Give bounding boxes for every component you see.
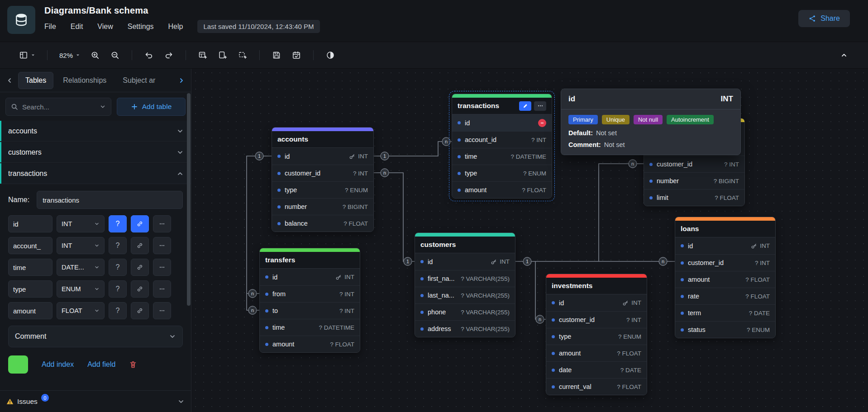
table-field-row[interactable]: type ? ENUM [272,181,373,198]
table-field-row[interactable]: type ? ENUM [452,165,552,181]
nullable-toggle-button[interactable]: ? [109,280,127,298]
nullable-toggle-button[interactable]: ? [109,237,127,254]
table-field-row[interactable]: number ? BIGINT [272,198,373,215]
redo-button[interactable] [160,47,177,64]
table-field-row[interactable]: customer_id ? INT [546,311,647,328]
tabs-scroll-right-button[interactable] [176,75,187,86]
table-field-row[interactable]: last_na... ? VARCHAR(255) [415,287,515,303]
zoom-in-button[interactable] [86,47,104,64]
scrollbar-thumb[interactable] [187,93,191,306]
collapse-toolbar-button[interactable] [835,47,853,64]
table-accordion-item[interactable]: accounts [0,121,191,142]
relationship-line[interactable] [374,173,415,261]
field-name-input[interactable]: amount [8,302,52,319]
primary-key-button[interactable] [131,280,149,298]
table-field-row[interactable]: to ? INT [260,302,360,319]
todo-button[interactable] [288,47,305,64]
table-field-row[interactable]: address ? VARCHAR(255) [415,320,515,337]
undo-button[interactable] [140,47,157,64]
primary-key-button[interactable] [131,237,149,254]
relationship-line[interactable] [535,261,546,319]
field-options-button[interactable] [153,259,171,276]
table-field-row[interactable]: status ? ENUM [675,321,775,338]
field-options-button[interactable] [153,215,171,232]
field-type-select[interactable]: FLOAT [57,302,105,319]
nullable-toggle-button[interactable]: ? [109,302,127,319]
field-name-input[interactable]: id [8,215,52,232]
table-accordion-item[interactable]: transactions [0,163,191,184]
table-accordion-item[interactable]: customers [0,142,191,163]
table-field-row[interactable]: amount ? FLOAT [675,271,775,288]
field-name-input[interactable]: type [8,280,52,298]
search-input[interactable]: Search... [5,98,111,116]
table-field-row[interactable]: id INT [272,148,373,165]
issues-bar[interactable]: Issues 0 [0,390,191,412]
document-title[interactable]: Diagrams/Bank schema [44,5,868,16]
add-table-button[interactable] [194,47,211,64]
table-card-transactions[interactable]: transactions id [452,94,552,199]
relationship-line[interactable] [599,164,644,261]
comment-section[interactable]: Comment [8,326,183,347]
table-field-row[interactable]: id [452,114,552,131]
table-card-loans[interactable]: loans id INT customer_id [675,217,776,338]
field-options-button[interactable] [153,280,171,298]
diagram-canvas[interactable]: 1 1 n n 1 n n 1 n n n accounts id [191,69,868,412]
layout-button[interactable] [15,47,39,64]
zoom-out-button[interactable] [106,47,124,64]
add-field-button[interactable]: Add field [87,360,115,369]
field-options-button[interactable] [153,302,171,319]
nullable-toggle-button[interactable]: ? [109,215,127,232]
field-type-select[interactable]: INT [57,215,105,232]
field-name-input[interactable]: account_ [8,237,52,254]
share-button[interactable]: Share [798,10,850,27]
theme-toggle-button[interactable] [322,47,339,64]
add-note-button[interactable] [214,47,231,64]
sidebar-tab[interactable]: Tables [18,72,53,89]
field-options-button[interactable] [153,237,171,254]
table-card-customers[interactable]: customers id INT first_na... [415,232,515,337]
table-field-row[interactable]: time ? DATETIME [260,319,360,336]
table-field-row[interactable]: customer_id ? INT [675,254,775,271]
edit-table-button[interactable] [519,101,531,111]
field-type-select[interactable]: INT [57,237,105,254]
delete-table-button[interactable] [129,360,137,369]
sidebar-tab[interactable]: Subject ar [116,72,162,89]
delete-field-button[interactable] [538,119,546,127]
table-field-row[interactable]: account_id ? INT [452,131,552,148]
table-card-accounts[interactable]: accounts id INT customer_id [272,127,374,232]
table-field-row[interactable]: first_na... ? VARCHAR(255) [415,270,515,287]
table-card-transfers[interactable]: transfers id INT from [259,248,360,353]
table-field-row[interactable]: id INT [415,253,515,270]
field-type-select[interactable]: DATE... [57,259,105,276]
table-color-swatch[interactable] [8,355,28,374]
table-field-row[interactable]: term ? DATE [675,304,775,321]
nullable-toggle-button[interactable]: ? [109,259,127,276]
tabs-scroll-left-button[interactable] [4,75,15,86]
table-field-row[interactable]: number ? BIGINT [644,172,744,189]
table-field-row[interactable]: amount ? FLOAT [452,181,552,198]
primary-key-button[interactable] [131,259,149,276]
table-field-row[interactable]: phone ? VARCHAR(255) [415,303,515,320]
menu-item[interactable]: File [44,23,56,31]
table-name-input[interactable] [37,191,183,209]
primary-key-button[interactable] [131,215,149,232]
table-field-row[interactable]: amount ? FLOAT [546,345,647,361]
table-field-row[interactable]: time ? DATETIME [452,148,552,165]
table-field-row[interactable]: id INT [546,294,647,311]
menu-item[interactable]: Edit [71,23,83,31]
menu-item[interactable]: Help [168,23,183,31]
field-type-select[interactable]: ENUM [57,280,105,298]
table-field-row[interactable]: rate ? FLOAT [675,288,775,304]
sidebar-scrollbar[interactable] [187,93,191,388]
table-field-row[interactable]: id INT [675,237,775,254]
field-name-input[interactable]: time [8,259,52,276]
sidebar-tab[interactable]: Relationships [56,72,113,89]
table-field-row[interactable]: id INT [260,269,360,285]
table-card-investments[interactable]: investments id INT customer_id [546,274,647,395]
table-field-row[interactable]: date ? DATE [546,361,647,378]
primary-key-button[interactable] [131,302,149,319]
table-field-row[interactable]: type ? ENUM [546,328,647,345]
table-field-row[interactable]: customer_id ? INT [272,165,373,181]
table-field-row[interactable]: limit ? FLOAT [644,189,744,206]
table-field-row[interactable]: customer_id ? INT [644,156,744,172]
